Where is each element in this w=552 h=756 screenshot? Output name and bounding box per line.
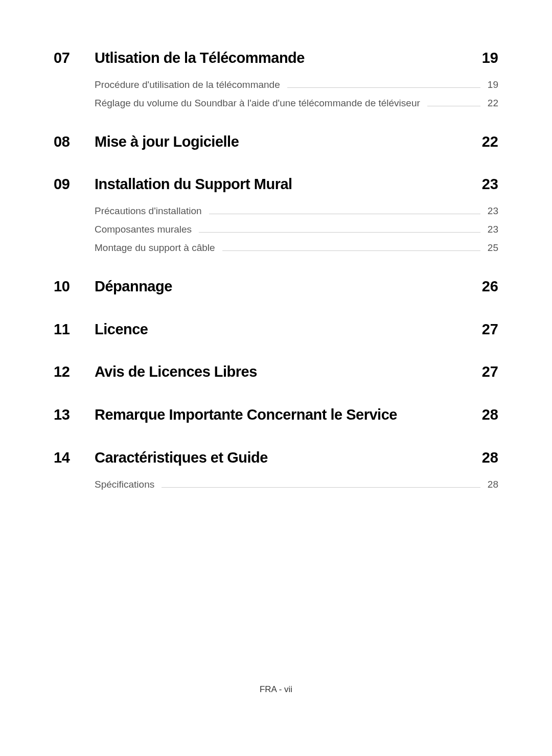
sub-page-number: 23 [488,224,498,235]
page: 07Utlisation de la Télécommande19Procédu… [0,0,552,756]
leader-line [427,106,480,106]
section-body: Licence27 [95,320,498,339]
sub-list: Spécifications28 [95,479,498,490]
section-body: Caractéristiques et Guide28Spécification… [95,448,498,490]
sub-list: Procédure d'utilisation de la télécomman… [95,79,498,109]
leader-line [209,214,480,214]
section-page-number: 23 [482,176,498,193]
section-number: 07 [54,49,95,68]
section-number: 14 [54,448,95,468]
section-body: Avis de Licences Libres27 [95,362,498,382]
section-header[interactable]: Licence27 [95,320,498,339]
section-body: Remarque Importante Concernant le Servic… [95,405,498,425]
toc-sub-entry[interactable]: Spécifications28 [95,479,498,490]
toc-sub-entry[interactable]: Réglage du volume du Soundbar à l'aide d… [95,98,498,109]
section-page-number: 26 [482,278,498,295]
leader-line [287,87,480,88]
sub-title: Réglage du volume du Soundbar à l'aide d… [95,98,420,109]
section-title: Dépannage [95,277,172,296]
toc-section: 08Mise à jour Logicielle22 [54,132,498,152]
section-title: Installation du Support Mural [95,175,292,194]
section-number: 13 [54,405,95,425]
section-page-number: 27 [482,321,498,338]
section-body: Dépannage26 [95,277,498,296]
sub-page-number: 28 [488,479,498,490]
section-page-number: 28 [482,406,498,423]
section-title: Caractéristiques et Guide [95,448,268,468]
section-header[interactable]: Utlisation de la Télécommande19 [95,49,498,68]
sub-page-number: 19 [488,79,498,90]
section-header[interactable]: Avis de Licences Libres27 [95,362,498,382]
sub-title: Montage du support à câble [95,242,215,254]
sub-page-number: 23 [488,205,498,217]
section-title: Utlisation de la Télécommande [95,49,305,68]
section-body: Utlisation de la Télécommande19Procédure… [95,49,498,109]
section-title: Avis de Licences Libres [95,362,257,382]
sub-page-number: 25 [488,242,498,254]
sub-title: Spécifications [95,479,154,490]
page-footer: FRA - vii [0,684,552,695]
section-header[interactable]: Dépannage26 [95,277,498,296]
section-number: 10 [54,277,95,296]
toc-section: 13Remarque Importante Concernant le Serv… [54,405,498,425]
section-number: 08 [54,132,95,152]
sub-title: Composantes murales [95,224,192,235]
section-title: Licence [95,320,148,339]
toc-section: 12Avis de Licences Libres27 [54,362,498,382]
toc-sub-entry[interactable]: Montage du support à câble25 [95,242,498,254]
section-header[interactable]: Mise à jour Logicielle22 [95,132,498,152]
sub-title: Précautions d'installation [95,205,202,217]
section-number: 09 [54,175,95,194]
section-number: 12 [54,362,95,382]
toc-section: 11Licence27 [54,320,498,339]
section-title: Remarque Importante Concernant le Servic… [95,405,397,425]
leader-line [199,232,480,233]
section-page-number: 22 [482,133,498,150]
section-page-number: 27 [482,363,498,380]
toc-sub-entry[interactable]: Précautions d'installation23 [95,205,498,217]
toc-section: 09Installation du Support Mural23Précaut… [54,175,498,254]
toc-section: 14Caractéristiques et Guide28Spécificati… [54,448,498,490]
section-body: Installation du Support Mural23Précautio… [95,175,498,254]
section-page-number: 19 [482,50,498,66]
leader-line [222,250,480,251]
section-header[interactable]: Caractéristiques et Guide28 [95,448,498,468]
toc-section: 10Dépannage26 [54,277,498,296]
section-title: Mise à jour Logicielle [95,132,239,152]
section-page-number: 28 [482,449,498,466]
toc-sub-entry[interactable]: Procédure d'utilisation de la télécomman… [95,79,498,90]
table-of-contents: 07Utlisation de la Télécommande19Procédu… [54,49,498,490]
section-header[interactable]: Installation du Support Mural23 [95,175,498,194]
toc-section: 07Utlisation de la Télécommande19Procédu… [54,49,498,109]
sub-list: Précautions d'installation23Composantes … [95,205,498,254]
section-header[interactable]: Remarque Importante Concernant le Servic… [95,405,498,425]
leader-line [162,487,480,488]
sub-title: Procédure d'utilisation de la télécomman… [95,79,280,90]
toc-sub-entry[interactable]: Composantes murales23 [95,224,498,235]
section-number: 11 [54,320,95,339]
section-body: Mise à jour Logicielle22 [95,132,498,152]
sub-page-number: 22 [488,98,498,109]
